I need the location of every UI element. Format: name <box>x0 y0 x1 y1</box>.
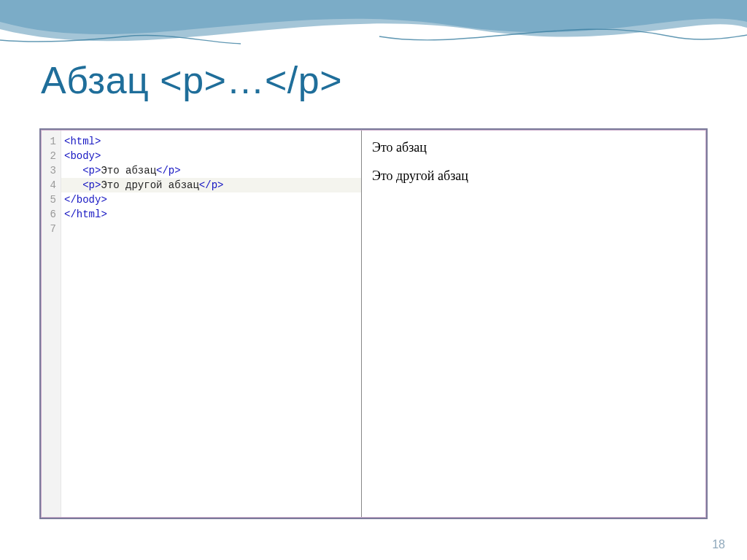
code-line: <p>Это абзац</p> <box>61 163 361 178</box>
line-number: 2 <box>41 149 61 163</box>
code-line: </body> <box>61 192 361 207</box>
line-number: 3 <box>41 163 61 178</box>
code-line <box>61 222 361 236</box>
decorative-wave <box>0 0 747 66</box>
line-number: 5 <box>41 192 61 207</box>
code-line: </html> <box>61 207 361 222</box>
example-panel: 1 2 3 4 5 6 7 <html> <body> <p>Это абзац… <box>39 128 708 519</box>
line-number: 6 <box>41 207 61 222</box>
code-line: <body> <box>61 149 361 163</box>
line-number: 1 <box>41 134 61 149</box>
page-number: 18 <box>712 538 725 551</box>
slide-title: Абзац <p>…</p> <box>41 58 342 102</box>
preview-paragraph: Это абзац <box>372 140 696 155</box>
preview-pane: Это абзац Это другой абзац <box>361 130 706 518</box>
preview-paragraph: Это другой абзац <box>372 168 696 184</box>
code-editor: <html> <body> <p>Это абзац</p> <p>Это др… <box>61 130 361 518</box>
code-line: <p>Это другой абзац</p> <box>61 178 361 192</box>
code-pane: 1 2 3 4 5 6 7 <html> <body> <p>Это абзац… <box>41 130 361 518</box>
code-line: <html> <box>61 134 361 149</box>
line-number: 7 <box>41 222 61 236</box>
line-number: 4 <box>41 178 61 192</box>
line-number-gutter: 1 2 3 4 5 6 7 <box>41 130 61 518</box>
